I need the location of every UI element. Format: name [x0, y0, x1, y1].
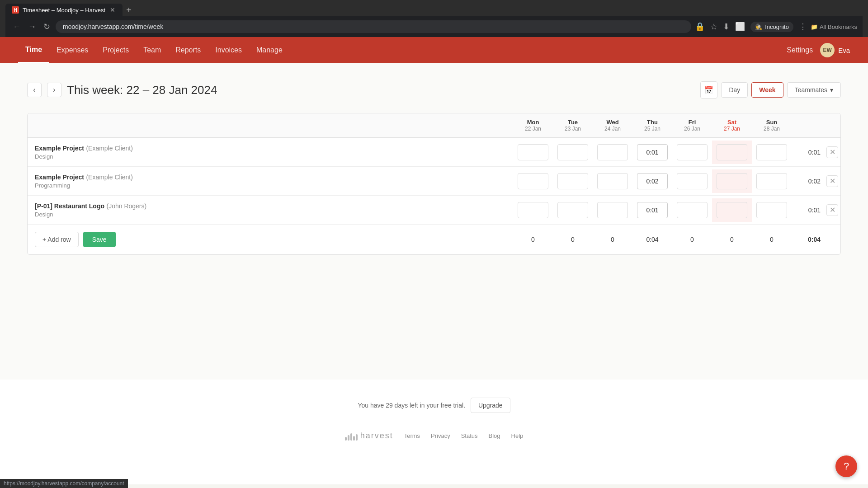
- row-1-thu-input[interactable]: [637, 144, 668, 160]
- row-3-sat-input[interactable]: [717, 202, 747, 218]
- more-menu-icon[interactable]: ⋮: [799, 22, 807, 32]
- nav-item-time[interactable]: Time: [18, 38, 49, 63]
- row-2-sun-input[interactable]: [756, 173, 787, 189]
- row-3-sun-input[interactable]: [756, 202, 787, 218]
- reload-button[interactable]: ↻: [42, 20, 52, 33]
- help-button[interactable]: ?: [835, 455, 857, 477]
- teammates-button[interactable]: Teammates ▾: [787, 82, 841, 98]
- nav-item-manage[interactable]: Manage: [249, 38, 290, 62]
- address-bar[interactable]: moodjoy.harvestapp.com/time/week: [56, 20, 691, 33]
- week-controls: 📅 Day Week Teammates ▾: [700, 81, 841, 99]
- row-1-sun-cell: [752, 141, 792, 164]
- chevron-down-icon: ▾: [830, 86, 833, 94]
- settings-link[interactable]: Settings: [787, 46, 813, 54]
- row-1-mon-input[interactable]: [518, 144, 548, 160]
- row-2-tue-input[interactable]: [557, 173, 588, 189]
- footer-actions: + Add row Save: [28, 232, 513, 247]
- active-tab[interactable]: H Timesheet – Moodjoy – Harvest ✕: [5, 4, 123, 16]
- row-3-wed-input[interactable]: [597, 202, 628, 218]
- week-view-button[interactable]: Week: [751, 82, 783, 98]
- row-1-sun-input[interactable]: [756, 144, 787, 160]
- bookmark-icon[interactable]: ☆: [710, 22, 717, 32]
- browser-toolbar: ← → ↻ moodjoy.harvestapp.com/time/week 🔒…: [5, 16, 863, 37]
- nav-item-invoices[interactable]: Invoices: [208, 38, 249, 62]
- upgrade-button[interactable]: Upgrade: [471, 398, 510, 413]
- row-1-tue-input[interactable]: [557, 144, 588, 160]
- status-bar: https://moodjoy.harvestapp.com/company/a…: [0, 479, 128, 488]
- nav-right: Settings EW Eva: [787, 43, 850, 57]
- row-3-delete: ✕: [824, 201, 840, 220]
- main-nav: Time Expenses Projects Team Reports Invo…: [0, 37, 868, 63]
- row-1-fri-input[interactable]: [677, 144, 708, 160]
- row-1-delete: ✕: [824, 143, 840, 162]
- week-header: ‹ › This week: 22 – 28 Jan 2024 📅 Day We…: [27, 81, 841, 99]
- row-2-sat-input[interactable]: [717, 173, 747, 189]
- sun-total: 0: [752, 236, 792, 243]
- row-1-task-name: Design: [35, 153, 506, 160]
- harvest-wordmark: harvest: [360, 431, 393, 441]
- row-1-client-name: (Example Client): [86, 145, 132, 152]
- calendar-button[interactable]: 📅: [700, 81, 717, 99]
- user-menu[interactable]: EW Eva: [820, 43, 850, 57]
- row-1-project: Example Project (Example Client) Design: [28, 138, 513, 166]
- tab-close-button[interactable]: ✕: [109, 6, 116, 14]
- terms-link[interactable]: Terms: [404, 432, 420, 439]
- row-1-sat-cell: [712, 141, 752, 164]
- blog-link[interactable]: Blog: [489, 432, 500, 439]
- table-header: Mon 22 Jan Tue 23 Jan Wed 24 Jan Thu 25 …: [28, 113, 840, 138]
- row-3-delete-button[interactable]: ✕: [826, 204, 838, 216]
- row-1-delete-button[interactable]: ✕: [826, 146, 838, 158]
- row-3-project: [P-01] Restaurant Logo (John Rogers) Des…: [28, 196, 513, 224]
- row-1-wed-input[interactable]: [597, 144, 628, 160]
- wed-total: 0: [593, 236, 632, 243]
- privacy-link[interactable]: Privacy: [431, 432, 450, 439]
- new-tab-button[interactable]: +: [123, 5, 135, 15]
- sat-total: 0: [712, 236, 752, 243]
- row-3-fri-input[interactable]: [677, 202, 708, 218]
- row-1-fri-cell: [672, 141, 712, 164]
- row-2-wed-input[interactable]: [597, 173, 628, 189]
- tab-favicon: H: [12, 6, 19, 14]
- forward-button[interactable]: →: [26, 20, 38, 33]
- row-3-total: 0:01: [792, 203, 824, 217]
- row-2-mon-input[interactable]: [518, 173, 548, 189]
- row-2-thu-input[interactable]: [637, 173, 668, 189]
- row-3-sat-cell: [712, 198, 752, 222]
- row-2-total: 0:02: [792, 174, 824, 188]
- nav-item-projects[interactable]: Projects: [95, 38, 136, 62]
- thu-header: Thu 25 Jan: [632, 113, 672, 137]
- row-1-project-name: Example Project: [35, 145, 84, 152]
- add-row-button[interactable]: + Add row: [35, 232, 79, 247]
- nav-item-reports[interactable]: Reports: [168, 38, 208, 62]
- download-icon[interactable]: ⬇: [723, 22, 730, 32]
- tue-header: Tue 23 Jan: [553, 113, 593, 137]
- next-week-button[interactable]: ›: [47, 83, 61, 97]
- row-3-mon-input[interactable]: [518, 202, 548, 218]
- mon-total: 0: [513, 236, 553, 243]
- row-3-tue-cell: [553, 198, 593, 222]
- row-2-fri-input[interactable]: [677, 173, 708, 189]
- eye-slash-icon: 🔒: [695, 22, 705, 32]
- prev-week-button[interactable]: ‹: [27, 83, 42, 97]
- extensions-icon[interactable]: ⬜: [735, 22, 745, 32]
- row-3-tue-input[interactable]: [557, 202, 588, 218]
- timesheet-table: Mon 22 Jan Tue 23 Jan Wed 24 Jan Thu 25 …: [27, 113, 841, 255]
- week-navigation: ‹ › This week: 22 – 28 Jan 2024: [27, 83, 217, 97]
- tab-title: Timesheet – Moodjoy – Harvest: [23, 7, 105, 14]
- row-2-delete-button[interactable]: ✕: [826, 175, 838, 187]
- back-button[interactable]: ←: [11, 20, 23, 33]
- all-bookmarks[interactable]: 📁 All Bookmarks: [811, 23, 857, 30]
- tue-total: 0: [553, 236, 593, 243]
- nav-item-team[interactable]: Team: [136, 38, 168, 62]
- save-button[interactable]: Save: [83, 232, 116, 247]
- nav-item-expenses[interactable]: Expenses: [49, 38, 95, 62]
- row-1-sat-input[interactable]: [717, 144, 747, 160]
- sat-header: Sat 27 Jan: [712, 113, 752, 137]
- day-view-button[interactable]: Day: [721, 82, 748, 98]
- row-3-thu-input[interactable]: [637, 202, 668, 218]
- help-link[interactable]: Help: [511, 432, 524, 439]
- app: Time Expenses Projects Team Reports Invo…: [0, 37, 868, 484]
- incognito-button[interactable]: 🕵 Incognito: [750, 22, 793, 32]
- status-link[interactable]: Status: [461, 432, 478, 439]
- row-2-task-name: Programming: [35, 182, 506, 189]
